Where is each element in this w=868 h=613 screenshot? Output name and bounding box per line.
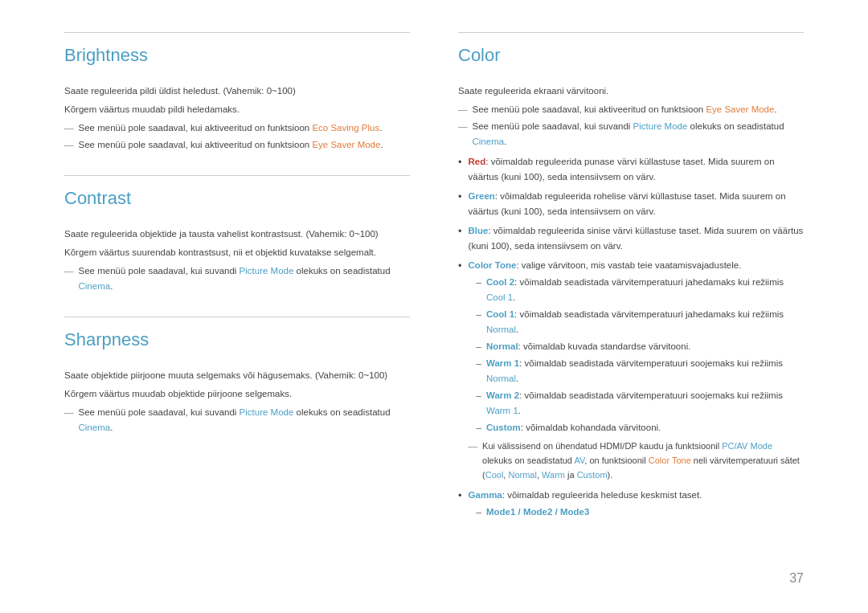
color-intro: Saate reguleerida ekraani värvitooni. <box>458 84 804 99</box>
color-bullet-list: • Red: võimaldab reguleerida punase värv… <box>458 154 804 521</box>
bullet-dot-icon: • <box>458 488 462 504</box>
picture-mode-link: Picture Mode <box>240 266 294 276</box>
sub-dash-icon: – <box>477 356 481 371</box>
bullet-dot-icon: • <box>458 258 462 274</box>
cinema-link: Cinema <box>473 137 505 146</box>
contrast-section: Contrast Saate reguleerida objektide ja … <box>64 175 410 294</box>
sub-dash-icon: – <box>477 339 481 354</box>
warm1-label: Warm 1 <box>486 358 519 368</box>
brightness-line-1: Saate reguleerida pildi üldist heledust.… <box>64 84 410 99</box>
sharpness-body: Saate objektide piirjoone muuta selgemak… <box>64 368 410 435</box>
eye-saver-link: Eye Saver Mode <box>706 104 774 114</box>
pc-av-mode-link: PC/AV Mode <box>722 441 772 451</box>
warm-link: Warm <box>542 470 565 480</box>
custom-link: Custom <box>577 470 608 480</box>
dash-icon: — <box>458 119 468 134</box>
page-number: 37 <box>789 568 804 589</box>
color-tone-label: Color Tone <box>469 260 517 270</box>
custom-label: Custom <box>486 423 521 432</box>
normal-ref: Normal <box>486 325 516 334</box>
sub-cool1: – Cool 1: võimaldab seadistada värvitemp… <box>477 307 804 337</box>
color-body: Saate reguleerida ekraani värvitooni. — … <box>458 84 804 521</box>
green-label: Green <box>469 191 495 201</box>
normal-link: Normal <box>508 470 536 480</box>
contrast-line-2: Kõrgem väärtus suurendab kontrastsust, n… <box>64 245 410 260</box>
contrast-title: Contrast <box>64 175 410 212</box>
sub-warm2: – Warm 2: võimaldab seadistada värvitemp… <box>477 388 804 419</box>
sub-dash-icon: – <box>477 388 481 403</box>
contrast-note-1: — See menüü pole saadaval, kui suvandi P… <box>64 264 410 294</box>
brightness-body: Saate reguleerida pildi üldist heledust.… <box>64 84 410 153</box>
bullet-dot-icon: • <box>458 189 462 205</box>
bullet-red: • Red: võimaldab reguleerida punase värv… <box>458 154 804 185</box>
sub-cool2: – Cool 2: võimaldab seadistada värvitemp… <box>477 275 804 305</box>
sub-dash-icon: – <box>477 275 481 290</box>
cool1-ref: Cool 1 <box>486 292 513 302</box>
normal-label: Normal <box>486 341 518 351</box>
dash-icon: — <box>469 439 478 454</box>
columns: Brightness Saate reguleerida pildi üldis… <box>64 32 804 544</box>
sharpness-section: Sharpness Saate objektide piirjoone muut… <box>64 317 410 435</box>
sub-normal: – Normal: võimaldab kuvada standardse vä… <box>477 339 804 354</box>
bullet-color-tone: • Color Tone: valige värvitoon, mis vast… <box>458 258 804 484</box>
gamma-label: Gamma <box>469 490 502 500</box>
warm1-ref: Warm 1 <box>486 406 518 415</box>
color-note-1: — See menüü pole saadaval, kui aktiveeri… <box>458 102 804 117</box>
brightness-section: Brightness Saate reguleerida pildi üldis… <box>64 32 410 153</box>
sub-dash-icon: – <box>477 420 481 435</box>
sharpness-line-2: Kõrgem väärtus muudab objektide piirjoon… <box>64 386 410 402</box>
bullet-blue: • Blue: võimaldab reguleerida sinise vär… <box>458 223 804 254</box>
color-note-2: — See menüü pole saadaval, kui suvandi P… <box>458 119 804 149</box>
dash-icon: — <box>64 121 74 136</box>
eye-saver-link: Eye Saver Mode <box>312 140 380 149</box>
color-tone-note: — Kui välissisend on ühendatud HDMI/DP k… <box>469 439 804 482</box>
red-label: Red <box>469 157 486 166</box>
normal-ref2: Normal <box>486 374 516 383</box>
picture-mode-link: Picture Mode <box>240 407 294 417</box>
av-link: AV <box>574 456 584 465</box>
contrast-line-1: Saate reguleerida objektide ja tausta va… <box>64 227 410 242</box>
brightness-title: Brightness <box>64 32 410 69</box>
cool1-label: Cool 1 <box>486 309 514 319</box>
sharpness-line-1: Saate objektide piirjoone muuta selgemak… <box>64 368 410 383</box>
sub-dash-icon: – <box>477 307 481 322</box>
cinema-link: Cinema <box>79 423 111 432</box>
color-section: Color Saate reguleerida ekraani värvitoo… <box>458 32 804 521</box>
warm2-label: Warm 2 <box>486 390 519 400</box>
dash-icon: — <box>458 102 468 117</box>
contrast-body: Saate reguleerida objektide ja tausta va… <box>64 227 410 294</box>
bullet-dot-icon: • <box>458 223 462 239</box>
picture-mode-link: Picture Mode <box>633 121 688 131</box>
sharpness-title: Sharpness <box>64 317 410 353</box>
eco-saving-link: Eco Saving Plus <box>312 123 379 133</box>
color-title: Color <box>458 32 804 69</box>
color-tone-sublist: – Cool 2: võimaldab seadistada värvitemp… <box>477 275 804 435</box>
brightness-line-2: Kõrgem väärtus muudab pildi heledamaks. <box>64 102 410 117</box>
dash-icon: — <box>64 137 74 153</box>
brightness-note-1: — See menüü pole saadaval, kui aktiveeri… <box>64 121 410 136</box>
sub-warm1: – Warm 1: võimaldab seadistada värvitemp… <box>477 356 804 386</box>
color-tone-link: Color Tone <box>649 456 691 465</box>
sub-custom: – Custom: võimaldab kohandada värvitooni… <box>477 420 804 435</box>
cool-link: Cool <box>485 470 504 480</box>
bullet-gamma: • Gamma: võimaldab reguleerida heleduse … <box>458 488 804 521</box>
modes-label: Mode1 / Mode2 / Mode3 <box>486 505 589 520</box>
sharpness-note-1: — See menüü pole saadaval, kui suvandi P… <box>64 405 410 435</box>
dash-icon: — <box>64 405 74 420</box>
sub-dash-icon: – <box>477 505 481 520</box>
bullet-green: • Green: võimaldab reguleerida rohelise … <box>458 189 804 219</box>
cool2-label: Cool 2 <box>486 277 514 287</box>
right-column: Color Saate reguleerida ekraani värvitoo… <box>458 32 804 544</box>
left-column: Brightness Saate reguleerida pildi üldis… <box>64 32 410 544</box>
sub-modes: – Mode1 / Mode2 / Mode3 <box>477 505 702 520</box>
bullet-dot-icon: • <box>458 154 462 170</box>
cinema-link: Cinema <box>79 281 111 291</box>
gamma-sublist: – Mode1 / Mode2 / Mode3 <box>477 505 702 520</box>
brightness-note-2: — See menüü pole saadaval, kui aktiveeri… <box>64 137 410 153</box>
blue-label: Blue <box>469 226 489 235</box>
page: Brightness Saate reguleerida pildi üldis… <box>0 0 868 613</box>
dash-icon: — <box>64 264 74 279</box>
